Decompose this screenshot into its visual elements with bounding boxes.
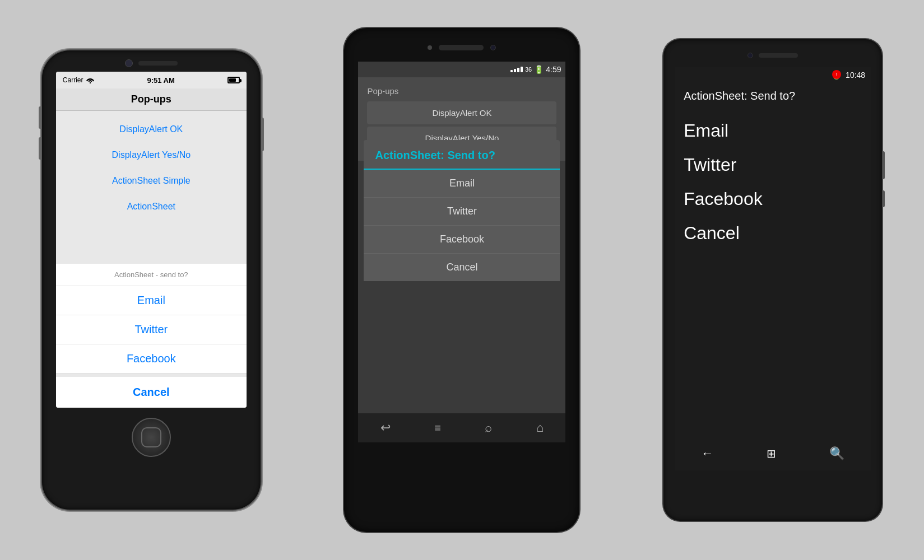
- wp-camera: [747, 53, 753, 58]
- ios-phone: Carrier 9:51 AM Pop-ups DisplayAlert OK …: [42, 50, 261, 510]
- ios-list-item-2[interactable]: ActionSheet Simple: [56, 168, 247, 194]
- android-network-label: 36: [525, 66, 532, 73]
- wp-screen: 🔋 ! 10:48 ActionSheet: Send to? Email Tw…: [675, 67, 871, 470]
- android-battery-icon: 🔋: [534, 65, 544, 74]
- ios-speaker: [138, 61, 178, 66]
- android-dialog-email[interactable]: Email: [364, 170, 560, 198]
- android-back-icon[interactable]: ↩: [380, 421, 391, 435]
- android-dialog-title: ActionSheet: Send to?: [364, 140, 560, 170]
- ios-action-sheet: ActionSheet - send to? Email Twitter Fac…: [56, 264, 247, 408]
- ios-power-button[interactable]: [261, 118, 264, 151]
- ios-status-left: Carrier: [63, 76, 95, 84]
- windows-phone: 🔋 ! 10:48 ActionSheet: Send to? Email Tw…: [663, 39, 882, 521]
- wp-status-bar: 🔋 ! 10:48: [675, 67, 871, 83]
- ios-action-cancel[interactable]: Cancel: [56, 374, 247, 408]
- ios-carrier-label: Carrier: [63, 76, 83, 84]
- ios-list: DisplayAlert OK DisplayAlert Yes/No Acti…: [56, 111, 247, 225]
- ios-list-item-0[interactable]: DisplayAlert OK: [56, 116, 247, 142]
- wp-time-label: 10:48: [846, 71, 865, 80]
- android-signal-icon: [510, 67, 523, 72]
- wp-windows-icon[interactable]: ⊞: [767, 447, 776, 460]
- wp-search-icon[interactable]: 🔍: [829, 446, 844, 461]
- svg-point-0: [89, 82, 90, 83]
- android-home-icon[interactable]: ⌂: [536, 421, 544, 435]
- ios-screen: Carrier 9:51 AM Pop-ups DisplayAlert OK …: [56, 72, 247, 408]
- ios-status-bar: Carrier 9:51 AM: [56, 72, 247, 88]
- wp-speaker: [759, 53, 798, 58]
- android-dot-left: [428, 45, 432, 50]
- ios-action-facebook[interactable]: Facebook: [56, 344, 247, 374]
- wp-action-content: ActionSheet: Send to? Email Twitter Face…: [675, 83, 871, 250]
- android-search-icon[interactable]: ⌕: [485, 421, 492, 435]
- ios-camera-area: [106, 57, 196, 69]
- android-dialog-facebook[interactable]: Facebook: [364, 226, 560, 254]
- android-status-bar: 36 🔋 4:59: [358, 62, 565, 77]
- ios-time-label: 9:51 AM: [147, 76, 174, 85]
- wp-back-icon[interactable]: ←: [701, 446, 713, 461]
- android-phone: 36 🔋 4:59 Pop-ups DisplayAlert OK Displa…: [344, 28, 579, 532]
- wp-camera-button[interactable]: [883, 190, 885, 207]
- wp-power-button[interactable]: [883, 151, 885, 179]
- android-screen: 36 🔋 4:59 Pop-ups DisplayAlert OK Displa…: [358, 62, 565, 442]
- android-menu-icon[interactable]: ≡: [434, 422, 441, 435]
- android-page-title: Pop-ups: [367, 86, 556, 96]
- ios-list-item-3[interactable]: ActionSheet: [56, 194, 247, 220]
- ios-vol-up-button[interactable]: [39, 106, 41, 129]
- android-nav-bar: ↩ ≡ ⌕ ⌂: [358, 413, 565, 442]
- wp-top-area: [663, 39, 882, 67]
- wp-nav-bar: ← ⊞ 🔍: [675, 437, 871, 470]
- wp-action-twitter[interactable]: Twitter: [675, 148, 871, 182]
- ios-action-sheet-inner: ActionSheet - send to? Email Twitter Fac…: [56, 264, 247, 374]
- ios-home-button[interactable]: [132, 418, 171, 457]
- wp-action-email[interactable]: Email: [675, 114, 871, 148]
- ios-action-sheet-title: ActionSheet - send to?: [56, 264, 247, 286]
- wp-action-facebook[interactable]: Facebook: [675, 182, 871, 216]
- wp-battery-container: 🔋 !: [832, 70, 841, 80]
- ios-vol-down-button[interactable]: [39, 137, 41, 160]
- ios-action-email[interactable]: Email: [56, 286, 247, 315]
- ios-wifi-icon: [86, 77, 95, 83]
- wp-action-title: ActionSheet: Send to?: [675, 83, 871, 114]
- wp-notification-badge: !: [832, 70, 841, 79]
- wp-action-cancel[interactable]: Cancel: [675, 216, 871, 250]
- android-camera: [490, 45, 496, 50]
- android-speaker: [439, 45, 484, 50]
- android-dialog-cancel[interactable]: Cancel: [364, 254, 560, 281]
- android-btn-0[interactable]: DisplayAlert OK: [367, 101, 556, 124]
- ios-action-twitter[interactable]: Twitter: [56, 315, 247, 344]
- ios-list-item-1[interactable]: DisplayAlert Yes/No: [56, 142, 247, 168]
- ios-nav-bar: Pop-ups: [56, 88, 247, 111]
- android-dialog-twitter[interactable]: Twitter: [364, 198, 560, 226]
- android-top-bar: [344, 28, 579, 62]
- ios-battery-icon: [227, 77, 240, 83]
- android-time-label: 4:59: [546, 65, 561, 74]
- ios-home-icon: [141, 427, 161, 447]
- ios-page-title: Pop-ups: [131, 94, 171, 105]
- android-action-dialog: ActionSheet: Send to? Email Twitter Face…: [364, 140, 560, 281]
- ios-camera: [125, 59, 133, 67]
